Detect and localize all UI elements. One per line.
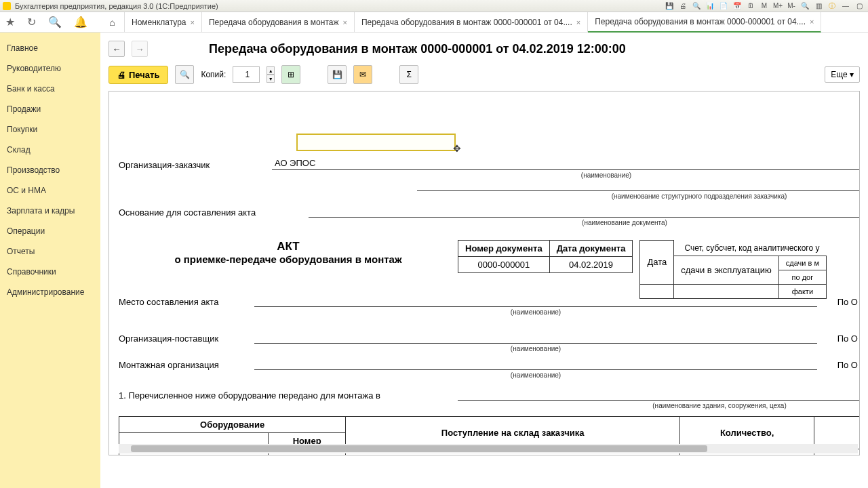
building-value[interactable] bbox=[458, 388, 860, 401]
preview-button[interactable]: 🔍 bbox=[175, 65, 194, 84]
titlebar-icons: 💾 🖨 🔍 📊 📄 📅 🗓 M M+ M- 🔍 ▥ ⓘ — ▢ bbox=[663, 1, 865, 11]
save-button[interactable]: 💾 bbox=[328, 65, 347, 84]
document-area: Унифицированная форма ОС Утверждена пост… bbox=[108, 91, 860, 455]
struct-underline[interactable] bbox=[417, 179, 860, 191]
tab-1[interactable]: Передача оборудования в монтаж× bbox=[202, 12, 355, 33]
info-icon[interactable]: ⓘ bbox=[826, 1, 838, 11]
titlebar-text: Бухгалтерия предприятия, редакция 3.0 (1… bbox=[15, 2, 218, 10]
sidebar: Главное Руководителю Банк и касса Продаж… bbox=[0, 33, 100, 488]
mail-button[interactable]: ✉ bbox=[353, 65, 372, 84]
print-button[interactable]: 🖨 Печать bbox=[108, 66, 168, 84]
panel-icon[interactable]: ▥ bbox=[812, 1, 825, 11]
calendar-icon[interactable]: 📅 bbox=[731, 1, 743, 11]
titlebar: Бухгалтерия предприятия, редакция 3.0 (1… bbox=[0, 0, 868, 12]
sidebar-item-production[interactable]: Производство bbox=[0, 160, 100, 180]
montage-row: Монтажная организация По О bbox=[119, 358, 860, 370]
spin-up[interactable]: ▲ bbox=[267, 66, 275, 75]
tab-bar: ⌂ Номенклатура× Передача оборудования в … bbox=[100, 12, 868, 33]
m-minus-icon[interactable]: M- bbox=[785, 1, 797, 11]
preview-icon[interactable]: 🔍 bbox=[690, 1, 703, 11]
tab-home[interactable]: ⌂ bbox=[100, 12, 125, 33]
org-customer-value[interactable]: АО ЭПОС bbox=[272, 158, 860, 170]
caption: (наименование здания, сооружения, цеха) bbox=[458, 402, 860, 409]
m-plus-icon[interactable]: M+ bbox=[772, 1, 784, 11]
sdachi-exp: сдачи в эксплуатацию bbox=[674, 256, 779, 284]
supplier-row: Организация-поставщик По О bbox=[119, 331, 860, 344]
copies-spinner[interactable]: ▲▼ bbox=[267, 66, 275, 83]
copies-input[interactable] bbox=[233, 66, 260, 83]
tab-3[interactable]: Передача оборудования в монтаж 0000-0000… bbox=[588, 12, 821, 33]
print-icon[interactable]: 🖨 bbox=[677, 1, 689, 11]
tab-0[interactable]: Номенклатура× bbox=[125, 12, 202, 33]
sidebar-item-os[interactable]: ОС и НМА bbox=[0, 180, 100, 201]
horizontal-scrollbar[interactable] bbox=[119, 444, 858, 453]
sidebar-item-manager[interactable]: Руководителю bbox=[0, 58, 100, 79]
sidebar-item-sales[interactable]: Продажи bbox=[0, 99, 100, 119]
sidebar-item-main[interactable]: Главное bbox=[0, 38, 100, 58]
copies-label: Копий: bbox=[201, 70, 226, 79]
po-label: По О bbox=[817, 333, 858, 344]
m-icon[interactable]: M bbox=[758, 1, 770, 11]
th-equipment: Оборудование bbox=[119, 416, 346, 432]
list-intro: 1. Перечисленное ниже оборудование перед… bbox=[119, 390, 458, 401]
calendar2-icon[interactable]: 🗓 bbox=[745, 1, 757, 11]
doc-number-table: Номер документаДата документа 0000-00000… bbox=[458, 240, 633, 273]
notifications-icon[interactable]: 🔔 bbox=[74, 16, 87, 28]
td-date[interactable]: 04.02.2019 bbox=[549, 257, 633, 273]
place-label: Место составления акта bbox=[119, 297, 254, 307]
sidebar-item-warehouse[interactable]: Склад bbox=[0, 140, 100, 160]
po-label: По О bbox=[119, 316, 860, 326]
tab-label: Передача оборудования в монтаж bbox=[209, 18, 339, 27]
spin-down[interactable]: ▼ bbox=[267, 75, 275, 83]
tab-2[interactable]: Передача оборудования в монтаж 0000-0000… bbox=[355, 12, 588, 33]
place-row: Место составления акта По О bbox=[119, 295, 860, 307]
basis-value[interactable] bbox=[309, 205, 860, 218]
date-table: Дата Счет, субсчет, код аналитического у… bbox=[639, 240, 827, 299]
history-icon[interactable]: ↻ bbox=[27, 16, 36, 28]
min-icon[interactable]: — bbox=[840, 1, 852, 11]
supplier-value[interactable] bbox=[254, 331, 817, 344]
place-value[interactable] bbox=[254, 295, 817, 307]
sidebar-item-admin[interactable]: Администрирование bbox=[0, 282, 100, 302]
close-icon[interactable]: × bbox=[191, 18, 195, 26]
akt-title: АКТ о приемке-передаче оборудования в мо… bbox=[119, 240, 458, 265]
sdachi-m: сдачи в м bbox=[778, 256, 826, 270]
tab-label: Передача оборудования в монтаж 0000-0000… bbox=[595, 17, 806, 26]
montage-label: Монтажная организация bbox=[119, 360, 254, 370]
date-label: Дата bbox=[640, 241, 674, 285]
favorite-icon[interactable]: ★ bbox=[5, 16, 15, 28]
sum-button[interactable]: Σ bbox=[399, 65, 418, 84]
selected-cell[interactable]: ✥ bbox=[296, 134, 456, 151]
zoom-icon[interactable]: 🔍 bbox=[799, 1, 811, 11]
app-logo bbox=[3, 2, 11, 10]
sidebar-item-reports[interactable]: Отчеты bbox=[0, 241, 100, 262]
sidebar-item-refs[interactable]: Справочники bbox=[0, 262, 100, 282]
save-icon[interactable]: 💾 bbox=[663, 1, 675, 11]
back-button[interactable]: ← bbox=[108, 41, 125, 57]
td-num[interactable]: 0000-000001 bbox=[458, 257, 550, 273]
scrollbar-thumb[interactable] bbox=[131, 445, 707, 452]
doc-icon[interactable]: 📄 bbox=[717, 1, 730, 11]
calc-icon[interactable]: 📊 bbox=[704, 1, 716, 11]
sidebar-item-purchases[interactable]: Покупки bbox=[0, 119, 100, 140]
close-icon[interactable]: × bbox=[342, 18, 347, 26]
search-icon[interactable]: 🔍 bbox=[48, 16, 62, 28]
po-label: По О bbox=[817, 297, 858, 307]
page-title: Передача оборудования в монтаж 0000-0000… bbox=[209, 42, 626, 56]
close-icon[interactable]: × bbox=[810, 18, 814, 26]
resize-handle[interactable]: ✥ bbox=[453, 143, 461, 154]
org-customer-label: Организация-заказчик bbox=[119, 160, 272, 170]
po-dog: по дог bbox=[778, 270, 826, 284]
caption: (наименование) bbox=[254, 345, 817, 352]
sidebar-item-bank[interactable]: Банк и касса bbox=[0, 79, 100, 99]
akt-row: АКТ о приемке-передаче оборудования в мо… bbox=[119, 240, 860, 299]
close-icon[interactable]: × bbox=[576, 18, 580, 26]
montage-value[interactable] bbox=[254, 358, 817, 370]
more-button[interactable]: Еще ▾ bbox=[825, 66, 860, 83]
table-button[interactable]: ⊞ bbox=[281, 65, 300, 84]
sidebar-item-operations[interactable]: Операции bbox=[0, 221, 100, 241]
forward-button[interactable]: → bbox=[132, 41, 148, 57]
tab-label: Передача оборудования в монтаж 0000-0000… bbox=[361, 18, 572, 27]
sidebar-item-salary[interactable]: Зарплата и кадры bbox=[0, 201, 100, 221]
max-icon[interactable]: ▢ bbox=[853, 1, 865, 11]
